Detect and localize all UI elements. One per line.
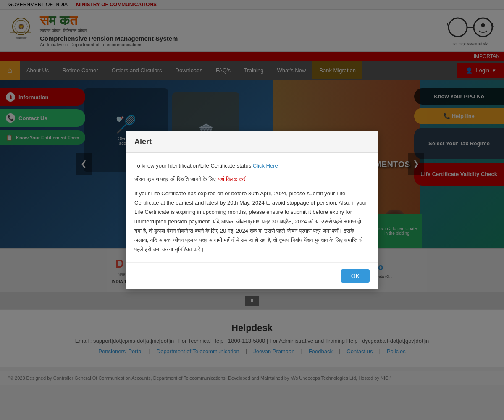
alert-modal: Alert To know your Identification/Life C… [126, 131, 378, 289]
modal-footer: OK [126, 262, 378, 289]
modal-ok-button[interactable]: OK [341, 269, 370, 283]
modal-body: To know your Identification/Life Certifi… [126, 153, 378, 262]
modal-para2: If your Life Certificate has expired on … [134, 189, 370, 254]
modal-overlay: Alert To know your Identification/Life C… [0, 0, 504, 420]
modal-para1-prefix: To know your Identification/Life Certifi… [134, 163, 253, 169]
hindi-click-link[interactable]: यहां क्लिक करें [218, 176, 246, 182]
modal-hindi-text: जीवन प्रमाण पत्र की स्थिति जानने के लिए [134, 176, 218, 182]
modal-title: Alert [126, 131, 378, 153]
click-here-link[interactable]: Click Here [253, 163, 278, 169]
